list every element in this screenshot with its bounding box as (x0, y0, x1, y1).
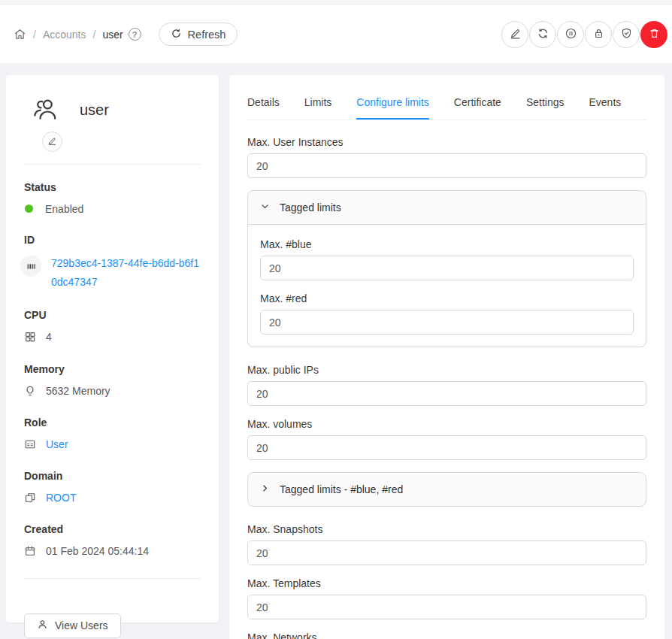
cpu-value: 4 (46, 329, 52, 344)
section-label: Domain (24, 470, 201, 482)
role-link[interactable]: User (46, 437, 68, 452)
divider (24, 578, 201, 579)
view-users-button[interactable]: View Users (24, 613, 121, 638)
tab-bar: Details Limits Configure limits Certific… (247, 86, 646, 120)
page: / Accounts / user ? Refresh (0, 0, 672, 639)
tab-events[interactable]: Events (589, 86, 621, 120)
edit-account-button[interactable] (501, 21, 528, 48)
section-label: CPU (24, 309, 201, 321)
status-dot (25, 204, 33, 213)
section-memory: Memory 5632 Memory (24, 363, 201, 399)
tab-configure-limits[interactable]: Configure limits (356, 86, 428, 120)
lock-icon (592, 27, 605, 42)
field-label: Max. Snapshots (247, 523, 646, 535)
status-value: Enabled (45, 201, 83, 217)
section-label: Created (24, 523, 201, 535)
breadcrumb-separator: / (33, 29, 36, 41)
field-label: Max. public IPs (247, 364, 646, 376)
tab-settings[interactable]: Settings (526, 86, 565, 120)
section-status: Status Enabled (24, 181, 201, 217)
section-domain: Domain ROOT (24, 470, 201, 506)
chevron-down-icon (260, 201, 270, 214)
delete-account-button[interactable] (640, 21, 667, 48)
divider (24, 164, 201, 165)
chevron-right-icon (260, 483, 270, 495)
sync-icon (537, 27, 549, 42)
field-label: Max. #blue (260, 238, 634, 250)
home-icon[interactable] (14, 28, 26, 41)
field-label: Max. User Instances (247, 136, 646, 148)
section-label: Role (24, 416, 201, 429)
section-label: Status (24, 181, 201, 193)
max-templates-input[interactable] (247, 595, 646, 619)
field-label: Max. volumes (247, 418, 646, 430)
certificate-button[interactable] (613, 21, 640, 48)
max-red-input[interactable] (260, 310, 634, 335)
barcode-icon (20, 256, 41, 277)
breadcrumb: / Accounts / user ? Refresh (14, 23, 238, 46)
idcard-icon (24, 437, 36, 453)
account-profile: user (24, 95, 201, 126)
tagged-limits-blue-red-panel: Tagged limits - #blue, #red (247, 472, 646, 507)
tagged-limits-panel-header[interactable]: Tagged limits (248, 191, 646, 224)
account-name: user (80, 101, 109, 119)
memory-value: 5632 Memory (46, 383, 110, 398)
section-role: Role User (24, 416, 201, 453)
reload-icon (171, 28, 182, 41)
tab-limits[interactable]: Limits (304, 86, 332, 120)
breadcrumb-current: user (102, 29, 123, 41)
refresh-button[interactable]: Refresh (159, 23, 238, 46)
max-public-ips-input[interactable] (247, 381, 646, 406)
form-item-max-user-instances: Max. User Instances (247, 136, 646, 178)
form-item-max-networks: Max. Networks (247, 631, 646, 639)
section-label: Memory (24, 363, 201, 375)
question-circle-icon[interactable]: ? (129, 28, 141, 41)
section-cpu: CPU 4 (24, 309, 201, 345)
calendar-icon (24, 544, 36, 559)
tab-details[interactable]: Details (247, 86, 280, 120)
disable-account-button[interactable] (557, 21, 584, 48)
lock-account-button[interactable] (585, 21, 612, 48)
domain-link[interactable]: ROOT (46, 490, 76, 505)
created-value: 01 Feb 2024 05:44:14 (46, 544, 149, 559)
tagged-limits-panel: Tagged limits Max. #blue Max. #red (247, 190, 646, 347)
field-label: Max. Networks (247, 631, 646, 639)
team-icon (32, 95, 60, 126)
delete-trash-icon (648, 27, 661, 42)
appstore-icon (24, 329, 36, 345)
certificate-shield-icon (620, 27, 633, 42)
section-label: ID (24, 234, 201, 246)
edit-name-button[interactable] (42, 132, 62, 152)
form-item-max-volumes: Max. volumes (247, 418, 646, 460)
bulb-icon (24, 383, 36, 399)
detail-panel: Details Limits Configure limits Certific… (229, 75, 664, 639)
tab-certificate[interactable]: Certificate (454, 86, 501, 120)
tagged-limits-panel-body: Max. #blue Max. #red (248, 224, 646, 347)
view-users-label: View Users (55, 619, 108, 631)
header-actions (501, 21, 667, 48)
panel-title: Tagged limits (280, 201, 341, 214)
form-item-max-public-ips: Max. public IPs (247, 364, 646, 406)
form-item-max-templates: Max. Templates (247, 577, 646, 619)
user-icon (37, 619, 48, 632)
form-item-max-blue: Max. #blue (260, 238, 634, 280)
max-snapshots-input[interactable] (247, 541, 646, 565)
block-icon (24, 490, 36, 506)
max-blue-input[interactable] (260, 256, 634, 280)
form-item-max-snapshots: Max. Snapshots (247, 523, 646, 565)
panel-title: Tagged limits - #blue, #red (280, 483, 403, 495)
form-item-max-red: Max. #red (260, 292, 634, 335)
field-label: Max. #red (260, 292, 634, 304)
breadcrumb-accounts[interactable]: Accounts (43, 29, 86, 41)
tagged-limits-blue-red-panel-header[interactable]: Tagged limits - #blue, #red (248, 473, 646, 506)
configure-limits-form: Max. User Instances Tagged limits Max. #… (247, 120, 646, 639)
section-id: ID 729b3ec4-1387-44fe-b6dd-b6f10dc47347 (24, 234, 201, 292)
refresh-label: Refresh (188, 29, 226, 41)
max-user-instances-input[interactable] (247, 153, 646, 178)
max-volumes-input[interactable] (247, 435, 646, 460)
pencil-icon (47, 136, 57, 148)
breadcrumb-separator: / (92, 29, 95, 41)
top-bar: / Accounts / user ? Refresh (0, 0, 672, 63)
account-id-link[interactable]: 729b3ec4-1387-44fe-b6dd-b6f10dc47347 (51, 254, 201, 292)
update-resource-count-button[interactable] (529, 21, 556, 48)
